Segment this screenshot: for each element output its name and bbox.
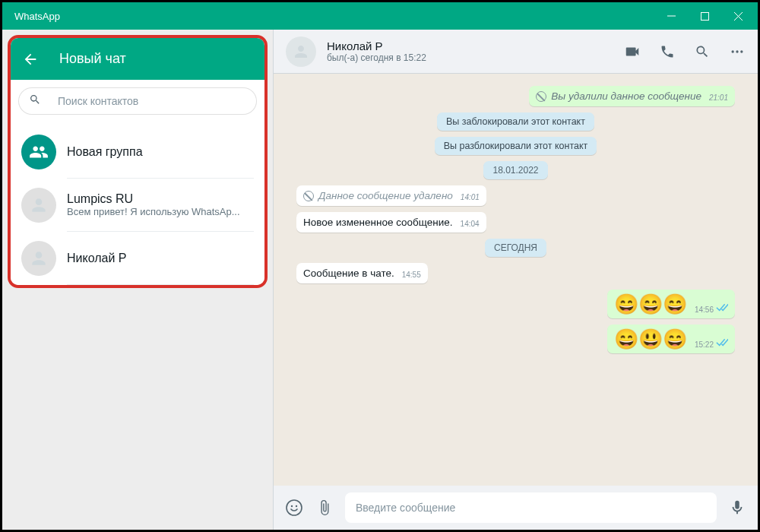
new-chat-panel: Новый чат bbox=[8, 35, 268, 288]
close-button[interactable] bbox=[721, 5, 755, 27]
chat-messages[interactable]: Вы удалили данное сообщение 21:01 Вы заб… bbox=[274, 74, 758, 486]
chat-input-bar bbox=[274, 486, 758, 530]
chat-header-info[interactable]: Николай Р был(-а) сегодня в 15:22 bbox=[327, 40, 624, 63]
message-time: 15:22 bbox=[695, 340, 714, 349]
avatar-icon bbox=[21, 241, 56, 276]
video-call-icon[interactable] bbox=[624, 43, 641, 60]
chat-contact-name: Николай Р bbox=[327, 40, 624, 52]
message-in: Новое измененное сообщение. 14:04 bbox=[296, 212, 735, 233]
new-group-row[interactable]: Новая группа bbox=[11, 125, 264, 179]
svg-point-5 bbox=[291, 505, 293, 507]
message-time: 14:04 bbox=[461, 220, 480, 228]
back-arrow-icon[interactable] bbox=[21, 51, 40, 68]
voice-call-icon[interactable] bbox=[659, 43, 676, 60]
mic-icon[interactable] bbox=[727, 498, 747, 518]
avatar-icon bbox=[21, 188, 56, 223]
message-time: 14:56 bbox=[695, 306, 714, 314]
message-text: Новое измененное сообщение. bbox=[303, 217, 453, 228]
prohibited-icon bbox=[303, 191, 314, 201]
svg-point-4 bbox=[287, 500, 302, 515]
message-input-field[interactable] bbox=[345, 492, 717, 523]
date-divider: 18.01.2022 bbox=[296, 161, 735, 179]
message-input[interactable] bbox=[356, 502, 706, 514]
chat-panel: Николай Р был(-а) сегодня в 15:22 Вы уда… bbox=[274, 30, 758, 530]
message-time: 21:01 bbox=[709, 93, 728, 102]
message-out: 😄😃😄 15:22 bbox=[296, 325, 735, 353]
sidebar: Новый чат bbox=[2, 30, 274, 530]
attach-icon[interactable] bbox=[315, 498, 334, 518]
svg-point-3 bbox=[740, 50, 743, 52]
message-bubble[interactable]: Сообщение в чате. 14:55 bbox=[296, 263, 428, 283]
message-text: Вы удалили данное сообщение bbox=[551, 90, 701, 102]
message-bubble[interactable]: Вы удалили данное сообщение 21:01 bbox=[529, 86, 735, 106]
message-out-deleted: Вы удалили данное сообщение 21:01 bbox=[296, 86, 735, 106]
message-in-deleted: Данное сообщение удалено 14:01 bbox=[296, 185, 735, 206]
prohibited-icon bbox=[536, 91, 546, 102]
chat-header-actions bbox=[624, 43, 746, 60]
message-bubble[interactable]: Новое измененное сообщение. 14:04 bbox=[296, 212, 486, 233]
chat-avatar[interactable] bbox=[286, 36, 316, 67]
message-bubble[interactable]: 😄😄😄 14:56 bbox=[607, 290, 735, 318]
new-chat-title: Новый чат bbox=[59, 51, 126, 67]
search-icon bbox=[29, 93, 43, 109]
emoji-icon[interactable] bbox=[284, 498, 304, 518]
maximize-button[interactable] bbox=[688, 5, 721, 27]
window-title: WhatsApp bbox=[14, 11, 654, 22]
new-chat-header: Новый чат bbox=[11, 38, 264, 80]
svg-point-2 bbox=[736, 50, 738, 52]
contact-name: Lumpics RU bbox=[67, 192, 254, 206]
contact-row[interactable]: Николай Р bbox=[11, 232, 264, 285]
message-in: Сообщение в чате. 14:55 bbox=[296, 263, 735, 283]
message-time: 14:55 bbox=[402, 271, 421, 279]
message-emoji: 😄😄😄 bbox=[614, 294, 687, 314]
message-text: Данное сообщение удалено bbox=[318, 190, 453, 201]
search-in-chat-icon[interactable] bbox=[694, 43, 711, 60]
search-container bbox=[11, 80, 264, 125]
date-bubble: СЕГОДНЯ bbox=[485, 239, 546, 257]
new-group-label: Новая группа bbox=[67, 145, 254, 159]
svg-point-6 bbox=[296, 505, 297, 507]
search-input[interactable] bbox=[58, 95, 249, 107]
message-out: 😄😄😄 14:56 bbox=[296, 290, 735, 318]
date-divider: СЕГОДНЯ bbox=[296, 239, 735, 257]
read-ticks-icon bbox=[716, 302, 728, 314]
content-area: Новый чат bbox=[2, 30, 758, 530]
system-message: Вы заблокировали этот контакт bbox=[296, 112, 735, 131]
window-titlebar: WhatsApp bbox=[2, 2, 758, 30]
chat-header: Николай Р был(-а) сегодня в 15:22 bbox=[274, 30, 758, 74]
more-menu-icon[interactable] bbox=[729, 43, 746, 60]
system-bubble: Вы заблокировали этот контакт bbox=[437, 112, 594, 131]
contact-status: Всем привет! Я использую WhatsAp... bbox=[67, 206, 254, 217]
date-bubble: 18.01.2022 bbox=[483, 161, 547, 179]
contact-name: Николай Р bbox=[67, 252, 254, 265]
message-emoji: 😄😃😄 bbox=[614, 329, 687, 349]
chat-contact-status: был(-а) сегодня в 15:22 bbox=[327, 52, 624, 63]
contact-list: Новая группа Lumpics RU Всем привет! Я и… bbox=[11, 125, 264, 285]
app-window: WhatsApp Новый чат bbox=[0, 0, 760, 532]
message-bubble[interactable]: 😄😃😄 15:22 bbox=[607, 325, 735, 353]
svg-rect-0 bbox=[701, 12, 708, 20]
read-ticks-icon bbox=[716, 337, 728, 349]
message-bubble[interactable]: Данное сообщение удалено 14:01 bbox=[296, 185, 486, 206]
search-field[interactable] bbox=[18, 87, 257, 115]
system-message: Вы разблокировали этот контакт bbox=[296, 137, 735, 155]
svg-point-1 bbox=[732, 50, 734, 52]
minimize-button[interactable] bbox=[654, 5, 688, 27]
message-text: Сообщение в чате. bbox=[303, 268, 394, 279]
system-bubble: Вы разблокировали этот контакт bbox=[435, 137, 597, 155]
group-icon bbox=[21, 135, 56, 169]
message-time: 14:01 bbox=[461, 193, 480, 201]
contact-row[interactable]: Lumpics RU Всем привет! Я использую What… bbox=[11, 179, 264, 232]
